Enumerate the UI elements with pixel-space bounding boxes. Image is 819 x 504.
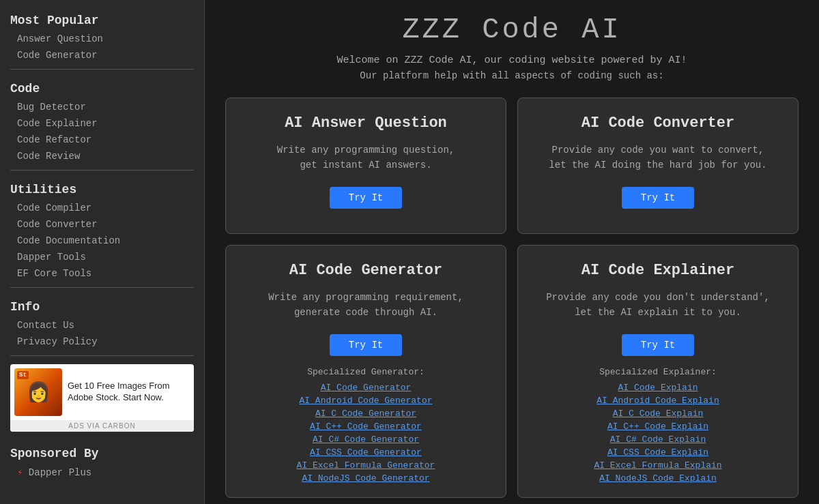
card-answer-question: AI Answer QuestionWrite any programming …: [225, 98, 506, 234]
sponsored-title: Sponsored By: [0, 440, 204, 464]
sponsored-link[interactable]: ⚡ Dapper Plus: [0, 464, 204, 481]
sidebar-divider-3: [10, 355, 194, 356]
sidebar-divider-1: [10, 170, 194, 171]
card-desc-code-converter: Provide any code you want to convert,let…: [549, 143, 766, 173]
spec-link-ai-excel-formula-explain[interactable]: AI Excel Formula Explain: [594, 460, 721, 471]
main-subtitle: Welcome on ZZZ Code AI, our coding websi…: [225, 55, 799, 66]
ad-badge: St: [17, 371, 29, 379]
sidebar-divider-0: [10, 69, 194, 70]
spec-link-ai-c++-code-generator[interactable]: AI C++ Code Generator: [310, 421, 422, 432]
sidebar-link-code-refactor[interactable]: Code Refactor: [0, 132, 204, 148]
sidebar-section-title-3: Info: [0, 293, 204, 317]
ad-image: 👩 St: [14, 368, 62, 416]
ad-block[interactable]: 👩 St Get 10 Free Images From Adobe Stock…: [10, 364, 194, 432]
card-title-code-converter: AI Code Converter: [581, 115, 734, 132]
spec-link-ai-c#-code-explain[interactable]: AI C# Code Explain: [610, 434, 706, 445]
try-it-button-code-generator[interactable]: Try It: [330, 334, 402, 356]
sidebar-link-privacy-policy[interactable]: Privacy Policy: [0, 333, 204, 350]
sidebar-link-answer-question[interactable]: Answer Question: [0, 31, 204, 47]
card-code-converter: AI Code ConverterProvide any code you wa…: [517, 98, 799, 234]
sidebar-link-bug-detector[interactable]: Bug Detector: [0, 99, 204, 115]
try-it-button-code-converter[interactable]: Try It: [622, 187, 694, 209]
card-desc-code-generator: Write any programming requirement,genera…: [268, 290, 463, 321]
spec-link-ai-excel-formula-generator[interactable]: AI Excel Formula Generator: [297, 460, 435, 471]
sidebar-section-title-2: Utilities: [0, 176, 204, 200]
sidebar-link-code-documentation[interactable]: Code Documentation: [0, 233, 204, 249]
ad-text: Get 10 Free Images From Adobe Stock. Sta…: [62, 381, 190, 404]
card-title-code-explainer: AI Code Explainer: [581, 262, 734, 279]
spec-link-ai-code-generator[interactable]: AI Code Generator: [321, 383, 412, 393]
spec-link-ai-c-code-explain[interactable]: AI C Code Explain: [613, 409, 704, 419]
cards-grid: AI Answer QuestionWrite any programming …: [225, 98, 799, 498]
card-desc-code-explainer: Provide any code you don't understand',l…: [546, 290, 770, 321]
sidebar-divider-2: [10, 287, 194, 288]
spec-link-ai-code-explain[interactable]: AI Code Explain: [618, 383, 698, 393]
specialized-links-code-explainer: AI Code ExplainAI Android Code ExplainAI…: [532, 383, 784, 484]
sidebar-link-code-generator[interactable]: Code Generator: [0, 47, 204, 63]
card-title-answer-question: AI Answer Question: [285, 115, 447, 132]
sidebar: Most PopularAnswer QuestionCode Generato…: [0, 0, 205, 504]
spec-link-ai-css-code-generator[interactable]: AI CSS Code Generator: [310, 447, 422, 458]
try-it-button-answer-question[interactable]: Try It: [330, 187, 402, 209]
card-title-code-generator: AI Code Generator: [289, 262, 442, 279]
spec-link-ai-android-code-generator[interactable]: AI Android Code Generator: [299, 396, 432, 406]
sidebar-link-dapper-tools[interactable]: Dapper Tools: [0, 249, 204, 265]
card-code-generator: AI Code GeneratorWrite any programming r…: [225, 245, 506, 498]
sidebar-section-title-0: Most Popular: [0, 7, 204, 31]
sidebar-link-code-explainer[interactable]: Code Explainer: [0, 115, 204, 132]
sidebar-link-ef-core-tools[interactable]: EF Core Tools: [0, 265, 204, 282]
sidebar-link-code-compiler[interactable]: Code Compiler: [0, 200, 204, 216]
card-code-explainer: AI Code ExplainerProvide any code you do…: [517, 245, 799, 498]
main-content: ZZZ Code AI Welcome on ZZZ Code AI, our …: [205, 0, 819, 504]
spec-link-ai-c-code-generator[interactable]: AI C Code Generator: [315, 409, 416, 419]
specialized-label-code-generator: Specialized Generator:: [307, 367, 425, 377]
page-title: ZZZ Code AI: [225, 14, 799, 46]
sidebar-section-title-1: Code: [0, 75, 204, 99]
try-it-button-code-explainer[interactable]: Try It: [622, 334, 694, 356]
specialized-links-code-generator: AI Code GeneratorAI Android Code Generat…: [240, 383, 492, 484]
main-description: Our platform help with all aspects of co…: [225, 70, 799, 81]
spec-link-ai-c++-code-explain[interactable]: AI C++ Code Explain: [607, 421, 708, 432]
card-desc-answer-question: Write any programming question,get insta…: [277, 143, 455, 173]
spec-link-ai-nodejs-code-generator[interactable]: AI NodeJS Code Generator: [302, 473, 429, 484]
spec-link-ai-nodejs-code-explain[interactable]: AI NodeJS Code Explain: [599, 473, 717, 484]
sidebar-link-contact-us[interactable]: Contact Us: [0, 317, 204, 333]
spec-link-ai-android-code-explain[interactable]: AI Android Code Explain: [597, 396, 719, 406]
sidebar-link-code-converter[interactable]: Code Converter: [0, 216, 204, 233]
sidebar-link-code-review[interactable]: Code Review: [0, 148, 204, 164]
specialized-label-code-explainer: Specialized Explainer:: [599, 367, 717, 377]
ad-footer: ADS VIA CARBON: [10, 420, 194, 432]
spec-link-ai-css-code-explain[interactable]: AI CSS Code Explain: [607, 447, 708, 458]
spec-link-ai-c#-code-generator[interactable]: AI C# Code Generator: [313, 434, 419, 445]
